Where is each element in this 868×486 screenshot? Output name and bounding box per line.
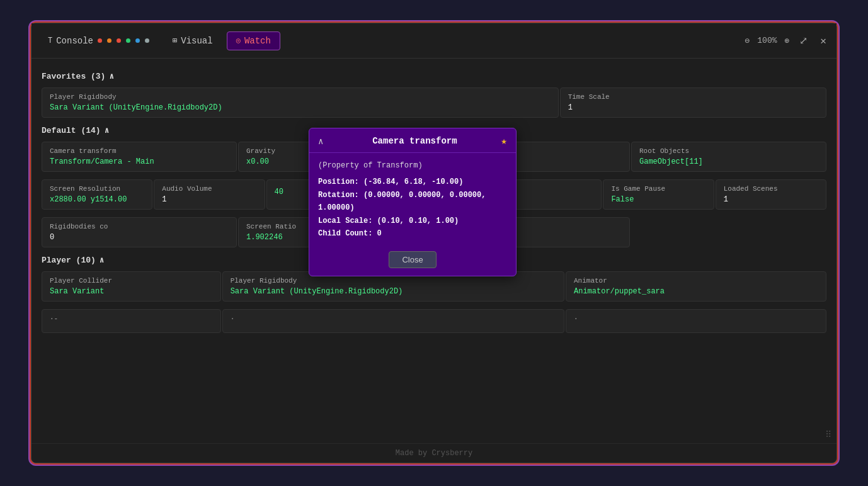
watch-icon: ◎ [236,36,241,45]
tab-visual[interactable]: ⊞ Visual [164,32,222,50]
list-item[interactable]: · [222,309,564,333]
tooltip-close-button[interactable]: Close [389,251,436,268]
list-item[interactable]: Player Collider Sara Variant [42,271,221,302]
item-label: Camera transform [50,147,229,155]
dot-5 [135,38,140,43]
dot-2 [107,38,111,43]
tab-watch[interactable]: ◎ Watch [227,31,280,50]
item-label: Player Rigidbody [231,277,556,285]
item-value: Sara Variant [50,287,213,296]
dot-1 [98,38,102,43]
favorites-header: Favorites (3) ∧ [42,71,826,81]
default-label: Default (14) [42,126,101,135]
tooltip-childcount: Child Count: 0 [318,227,507,240]
item-value: GameObject[11] [639,157,818,166]
zoom-minus[interactable]: ⊖ [745,36,750,46]
list-item[interactable]: Player Rigidbody Sara Variant (UnityEngi… [42,88,559,118]
loaded-scenes-label: Loaded Scenes [724,185,818,193]
item-label: Audio Volume [162,185,256,193]
camera-transform-tooltip: ∧ Camera transform ★ (Property of Transf… [309,128,517,276]
tab-console[interactable]: T Console [39,32,159,50]
list-item[interactable]: Rigidbodies co 0 [42,217,237,247]
item-value: 1 [162,195,256,204]
item-value: 0 [50,233,229,242]
player-row2: ·- · · [42,309,826,333]
dot-4 [126,38,130,43]
console-label: Console [56,36,93,46]
default-chevron[interactable]: ∧ [105,125,110,135]
item-label: ·- [50,315,213,322]
list-item[interactable]: Time Scale 1 [560,88,826,118]
tooltip-body: (Property of Transform) Position: (-36.8… [309,153,516,246]
list-item[interactable]: Root Objects GameObject[11] [631,142,826,172]
list-item[interactable]: · [566,309,826,333]
tooltip-scale: Local Scale: (0.10, 0.10, 1.00) [318,215,507,227]
favorites-section: Favorites (3) ∧ Player Rigidbody Sara Va… [42,71,826,118]
visual-label: Visual [181,36,212,46]
tooltip-title: Camera transform [372,136,457,146]
content-area: Favorites (3) ∧ Player Rigidbody Sara Va… [31,59,837,443]
tooltip-star[interactable]: ★ [501,135,507,147]
list-item[interactable]: Is Game Pause False [603,179,714,210]
list-item[interactable]: Screen Resolution x2880.00 y1514.00 [42,179,152,210]
footer: Made by Crysberry [31,443,837,463]
close-btn[interactable]: ✕ [818,33,829,48]
item-label: Player Collider [50,277,213,285]
item-value: Transform/Camera - Main [50,157,229,166]
tooltip-position: Position: (-36.84, 6.18, -10.00) [318,176,507,188]
tooltip-footer: Close [309,246,516,276]
list-item[interactable]: Audio Volume 1 [154,179,265,210]
item-value: 1 [568,103,818,112]
list-item[interactable]: Animator Animator/puppet_sara [566,271,826,302]
item-label: Time Scale [568,93,818,101]
player-label: Player (10) [42,256,96,265]
zoom-plus[interactable]: ⊕ [785,36,790,46]
tooltip-arrow[interactable]: ∧ [318,136,323,147]
dot-6 [145,38,149,43]
item-label: Root Objects [639,147,818,155]
item-value: x2880.00 y1514.00 [50,195,144,204]
visual-icon: ⊞ [173,36,177,45]
main-window: T Console ⊞ Visual ◎ Watch ⊖ 100% ⊕ ⤢ ✕ [31,23,837,463]
titlebar-controls: ⊖ 100% ⊕ ⤢ ✕ [745,33,829,48]
item-value: False [611,195,705,204]
item-value: Sara Variant (UnityEngine.Rigidbody2D) [231,287,556,296]
list-item[interactable]: Camera transform Transform/Camera - Main [42,142,237,172]
item-value: Sara Variant (UnityEngine.Rigidbody2D) [50,103,551,112]
dot-3 [117,38,121,43]
favorites-chevron[interactable]: ∧ [109,71,114,81]
favorites-label: Favorites (3) [42,72,105,81]
footer-label: Made by Crysberry [396,449,472,458]
watch-label: Watch [244,36,271,46]
expand-btn[interactable]: ⤢ [797,33,810,48]
item-value: Animator/puppet_sara [574,287,818,296]
tooltip-subtitle: (Property of Transform) [318,159,507,172]
item-label: Player Rigidbody [50,93,551,101]
item-label: Is Game Pause [611,185,705,193]
loaded-scenes-value: 1 [724,195,818,204]
tooltip-rotation: Rotation: (0.00000, 0.00000, 0.00000, 1.… [318,189,507,215]
list-item[interactable]: ·- [42,309,221,333]
player-chevron[interactable]: ∧ [100,255,105,265]
zoom-level: 100% [757,36,777,45]
item-label: · [574,315,818,322]
titlebar: T Console ⊞ Visual ◎ Watch ⊖ 100% ⊕ ⤢ ✕ [31,23,837,59]
tooltip-header: ∧ Camera transform ★ [309,128,516,153]
item-label: Rigidbodies co [50,223,229,230]
list-item[interactable]: Loaded Scenes 1 [716,179,826,210]
item-label: Animator [574,277,818,285]
console-icon: T [48,37,52,45]
scrollbar-hint: ⠿ [825,429,831,440]
item-label: · [231,315,556,322]
favorites-grid: Player Rigidbody Sara Variant (UnityEngi… [42,88,826,118]
item-label: Screen Resolution [50,185,144,193]
